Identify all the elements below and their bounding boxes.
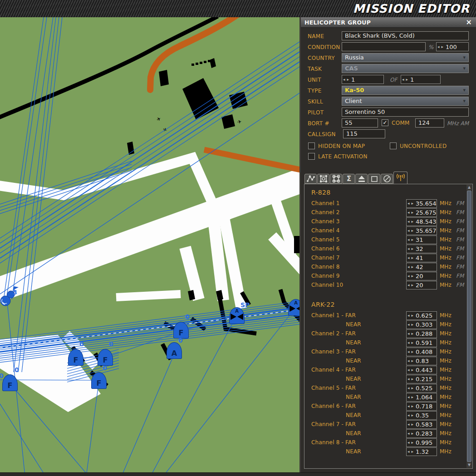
radio-settings-panel[interactable]: R-828 Channel 1◂▸35.654MHzFMChannel 2◂▸2… <box>304 184 473 469</box>
frequency-spinner[interactable]: ◂▸0.35 <box>406 411 437 420</box>
frequency-spinner[interactable]: ◂▸0.83 <box>406 357 437 365</box>
frequency-spinner[interactable]: ◂▸0.583 <box>406 420 437 429</box>
route-tab[interactable] <box>304 174 317 184</box>
spinner-left-icon[interactable]: ◂ <box>407 245 411 253</box>
spinner-left-icon[interactable]: ◂ <box>407 384 411 392</box>
frequency-value[interactable]: 20 <box>414 282 423 289</box>
frequency-value[interactable]: 32 <box>414 245 423 252</box>
frequency-value[interactable]: 35.657 <box>414 227 437 234</box>
frequency-spinner[interactable]: ◂▸35.657 <box>406 226 437 235</box>
frequency-spinner[interactable]: ◂▸0.215 <box>406 375 437 383</box>
spinner-left-icon[interactable]: ◂ <box>407 411 411 419</box>
frequency-value[interactable]: 1.32 <box>414 448 429 455</box>
carrier-tab[interactable] <box>355 174 368 184</box>
country-select[interactable]: Russia ▾ <box>342 53 469 62</box>
frequency-value[interactable]: 0.408 <box>414 348 432 355</box>
spinner-right-icon[interactable]: ▸ <box>411 366 415 374</box>
spinner-right-icon[interactable]: ▸ <box>411 254 415 262</box>
frequency-value[interactable]: 31 <box>414 236 423 243</box>
pilot-input[interactable]: Sorrentino 50 <box>342 108 469 117</box>
spinner-right-icon[interactable]: ▸ <box>411 348 415 356</box>
spinner-right-icon[interactable]: ▸ <box>441 43 445 51</box>
frequency-value[interactable]: 0.283 <box>414 430 432 437</box>
spinner-right-icon[interactable]: ▸ <box>411 393 415 401</box>
frequency-value[interactable]: 0.443 <box>414 367 432 373</box>
spinner-left-icon[interactable]: ◂ <box>407 375 411 383</box>
spinner-left-icon[interactable]: ◂ <box>407 236 411 244</box>
spinner-left-icon[interactable]: ◂ <box>407 429 411 437</box>
spinner-right-icon[interactable]: ▸ <box>411 245 415 253</box>
probability-value[interactable]: 100 <box>444 44 457 50</box>
spinner-right-icon[interactable]: ▸ <box>411 311 415 319</box>
spinner-left-icon[interactable]: ◂ <box>407 339 411 347</box>
spinner-left-icon[interactable]: ◂ <box>407 402 411 410</box>
frequency-spinner[interactable]: ◂▸0.525 <box>406 384 437 393</box>
frequency-spinner[interactable]: ◂▸0.443 <box>406 366 437 374</box>
unit-total-value[interactable]: 1 <box>409 76 414 83</box>
late-activation-checkbox[interactable] <box>308 153 315 160</box>
frequency-spinner[interactable]: ◂▸0.303 <box>406 320 437 329</box>
spinner-right-icon[interactable]: ▸ <box>411 217 415 226</box>
frequency-value[interactable]: 0.83 <box>414 358 429 364</box>
spinner-right-icon[interactable]: ▸ <box>411 384 415 392</box>
map-view[interactable]: ✈ ✈ ✈ <box>0 17 299 476</box>
frequency-value[interactable]: 0.288 <box>414 330 432 337</box>
spinner-left-icon[interactable]: ◂ <box>407 199 411 207</box>
frequency-spinner[interactable]: ◂▸0.283 <box>406 429 437 438</box>
frequency-spinner[interactable]: ◂▸0.408 <box>406 348 437 356</box>
frequency-value[interactable]: 35.654 <box>414 200 437 207</box>
spinner-right-icon[interactable]: ▸ <box>411 199 415 207</box>
spinner-right-icon[interactable]: ▸ <box>411 272 415 280</box>
spinner-right-icon[interactable]: ▸ <box>411 447 415 456</box>
spinner-right-icon[interactable]: ▸ <box>411 420 415 428</box>
frequency-value[interactable]: 25.675 <box>414 209 437 216</box>
spinner-right-icon[interactable]: ▸ <box>411 320 415 329</box>
spinner-right-icon[interactable]: ▸ <box>411 402 415 410</box>
spinner-left-icon[interactable]: ◂ <box>407 329 411 338</box>
comm-checkbox[interactable]: ✓ <box>382 119 388 126</box>
spinner-left-icon[interactable]: ◂ <box>407 208 411 216</box>
spinner-right-icon[interactable]: ▸ <box>411 339 415 347</box>
spinner-right-icon[interactable]: ▸ <box>411 236 415 244</box>
uncontrolled-checkbox[interactable] <box>390 142 397 149</box>
spinner-right-icon[interactable]: ▸ <box>411 281 415 289</box>
spinner-left-icon[interactable]: ◂ <box>407 272 411 280</box>
spinner-left-icon[interactable]: ◂ <box>407 348 411 356</box>
unit-total-spinner[interactable]: ◂ ▸ 1 <box>401 75 441 84</box>
spinner-left-icon[interactable]: ◂ <box>407 447 411 456</box>
frequency-value[interactable]: 48.543 <box>414 218 437 225</box>
spinner-right-icon[interactable]: ▸ <box>411 429 415 437</box>
frequency-spinner[interactable]: ◂▸0.718 <box>406 402 437 411</box>
frequency-spinner[interactable]: ◂▸35.654 <box>406 199 437 208</box>
spinner-right-icon[interactable]: ▸ <box>405 75 409 83</box>
frequency-spinner[interactable]: ◂▸20 <box>406 281 437 290</box>
frequency-spinner[interactable]: ◂▸1.064 <box>406 393 437 402</box>
probability-spinner[interactable]: ◂ ▸ 100 <box>436 42 469 51</box>
frequency-value[interactable]: 0.995 <box>414 439 432 446</box>
radio-tab[interactable] <box>393 172 407 184</box>
spinner-left-icon[interactable]: ◂ <box>407 226 411 235</box>
spinner-left-icon[interactable]: ◂ <box>437 43 441 51</box>
frequency-spinner[interactable]: ◂▸0.625 <box>406 311 437 320</box>
scrollbar-thumb[interactable] <box>467 191 471 462</box>
frequency-value[interactable]: 1.064 <box>414 394 432 401</box>
spinner-right-icon[interactable]: ▸ <box>411 438 415 447</box>
name-input[interactable]: Black Shark (BVS, Cold) <box>342 31 469 40</box>
spinner-left-icon[interactable]: ◂ <box>407 357 411 365</box>
spinner-left-icon[interactable]: ◂ <box>407 366 411 374</box>
type-select[interactable]: Ka-50 ▾ <box>342 86 469 95</box>
frequency-value[interactable]: 0.583 <box>414 421 432 428</box>
scroll-up-icon[interactable]: ▲ <box>466 185 472 190</box>
frequency-spinner[interactable]: ◂▸32 <box>406 245 437 253</box>
unit-count-value[interactable]: 1 <box>350 76 355 83</box>
callsign-input[interactable]: 115 <box>343 129 385 138</box>
spinner-left-icon[interactable]: ◂ <box>407 420 411 428</box>
task-select[interactable]: CAS ▾ <box>342 64 469 73</box>
frequency-spinner[interactable]: ◂▸31 <box>406 236 437 244</box>
frequency-spinner[interactable]: ◂▸0.995 <box>406 438 437 447</box>
spinner-left-icon[interactable]: ◂ <box>407 438 411 447</box>
scroll-down-icon[interactable]: ▼ <box>466 462 472 468</box>
spinner-left-icon[interactable]: ◂ <box>342 75 346 83</box>
frequency-value[interactable]: 41 <box>414 255 423 261</box>
frequency-spinner[interactable]: ◂▸42 <box>406 263 437 271</box>
